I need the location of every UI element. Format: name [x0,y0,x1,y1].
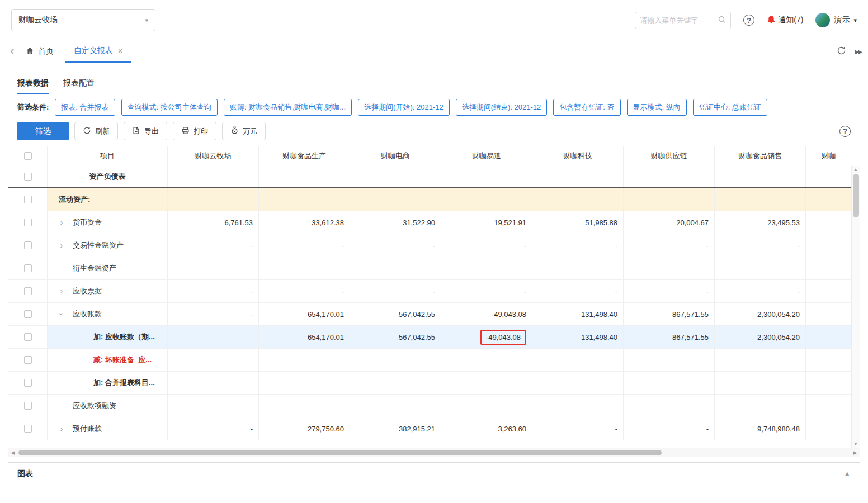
expand-chevron-icon[interactable]: › [57,241,66,250]
row-checkbox[interactable] [24,173,32,181]
chart-section-header[interactable]: 图表 ▲ [8,462,860,485]
nav-back-icon[interactable]: ‹ [7,40,18,63]
value-cell [350,395,441,417]
print-label: 打印 [194,126,208,136]
filter-chip-6[interactable]: 显示模式: 纵向 [627,99,687,116]
vertical-scrollbar-thumb[interactable] [853,174,859,217]
value-cell [715,257,806,279]
printer-icon [181,126,190,136]
table-header-row: 项目财咖云牧场财咖食品生产财咖电商财咖易道财咖科技财咖供应链财咖食品销售财咖 [8,146,860,165]
filter-chip-5[interactable]: 包含暂存凭证: 否 [553,99,620,116]
table-row[interactable]: ›应收账款-654,170.01567,042.55-49,043.08131,… [8,303,860,326]
scroll-down-icon[interactable]: ▼ [852,440,860,448]
value-cell: - [168,234,259,257]
value-cell: 3,263.60 [441,417,532,440]
table-row[interactable]: ›货币资金6,761.5333,612.3831,522.9019,521.91… [8,211,860,234]
table-row[interactable]: 加: 应收账款（期...654,170.01567,042.55-49,043.… [8,326,860,349]
filter-chip-4[interactable]: 选择期间(结束): 2021-12 [456,99,548,116]
filter-chip-1[interactable]: 查询模式: 按公司主体查询 [121,99,218,116]
table-row[interactable]: ›交易性金融资产------- [8,234,860,257]
column-header-8: 财咖 [806,146,851,165]
table-help-icon[interactable]: ? [839,126,851,137]
table-row[interactable]: 资产负债表 [8,165,860,188]
select-all-cell [8,146,48,165]
row-checkbox[interactable] [24,196,32,203]
table-row[interactable]: 减: 坏账准备_应... [8,349,860,372]
value-cell: - [350,280,441,302]
menu-search[interactable] [635,12,731,29]
tab-home[interactable]: 首页 [26,40,54,63]
company-select[interactable]: 财咖云牧场 ▾ [11,9,155,31]
fast-forward-icon[interactable]: ▶▶ [855,49,861,55]
search-input[interactable] [640,16,718,25]
scroll-right-icon[interactable]: ▶ [851,448,860,457]
expand-chevron-icon[interactable]: › [57,287,66,296]
value-cell: 51,985.88 [532,211,624,234]
row-checkbox[interactable] [24,402,32,410]
value-cell [715,188,806,211]
help-icon[interactable]: ? [743,15,754,26]
filter-chip-0[interactable]: 报表: 合并报表 [55,99,115,116]
item-cell: ›交易性金融资产 [48,234,168,257]
unit-wan-button[interactable]: 万元 [222,122,266,140]
value-cell: 20,004.67 [624,211,715,234]
tab-bar: ‹ 首页 自定义报表 × ▶▶ [0,40,868,63]
row-checkbox[interactable] [24,241,32,249]
notification-label: 通知(7) [778,15,803,25]
value-cell: - [168,303,259,325]
row-checkbox[interactable] [24,379,32,387]
value-cell [441,372,532,394]
export-button[interactable]: 导出 [124,122,167,140]
item-cell: 资产负债表 [48,165,168,187]
table-row[interactable]: 加: 合并报表科目... [8,372,860,395]
value-cell: 279,750.60 [259,417,350,440]
vertical-scrollbar[interactable]: ▲ ▼ [851,166,860,448]
row-checkbox[interactable] [24,333,32,341]
row-checkbox[interactable] [24,356,32,364]
close-icon[interactable]: × [118,46,122,55]
table-row[interactable]: ›应收票据------- [8,280,860,303]
tab-report-config[interactable]: 报表配置 [63,72,95,94]
row-checkbox[interactable] [24,264,32,272]
select-all-checkbox[interactable] [24,152,32,160]
item-cell: ›货币资金 [48,211,168,234]
value-cell [715,395,806,417]
column-header-0: 项目 [48,146,168,165]
scroll-left-icon[interactable]: ◀ [8,448,17,457]
item-label: 资产负债表 [89,172,126,182]
table-row[interactable]: 应收款项融资 [8,395,860,417]
filter-chip-2[interactable]: 账簿: 财咖食品销售,财咖电商,财咖... [224,99,352,116]
refresh-button[interactable]: 刷新 [74,122,118,140]
row-checkbox[interactable] [24,425,32,433]
value-cell: 867,571.55 [624,326,715,348]
scroll-up-icon[interactable]: ▲ [852,166,860,173]
value-cell: 33,612.38 [259,211,350,234]
value-cell [806,395,851,417]
tab-custom-report[interactable]: 自定义报表 × [65,40,131,63]
table-row[interactable]: ›预付账款-279,750.60382,915.213,263.60--9,74… [8,417,860,440]
refresh-icon[interactable] [837,46,846,57]
filter-chip-3[interactable]: 选择期间(开始): 2021-12 [358,99,450,116]
search-icon[interactable] [718,16,726,25]
print-button[interactable]: 打印 [173,122,216,140]
user-menu[interactable]: 演示 ▾ [815,13,857,27]
horizontal-scrollbar-thumb[interactable] [18,450,662,455]
collapse-up-icon[interactable]: ▲ [843,469,851,478]
notifications-button[interactable]: 通知(7) [767,15,803,26]
row-checkbox[interactable] [24,287,32,295]
horizontal-scrollbar[interactable]: ◀ ▶ [8,448,860,457]
value-cell [806,326,851,348]
collapse-chevron-icon[interactable]: › [57,310,66,319]
filter-button[interactable]: 筛选 [17,122,69,140]
table-row[interactable]: 流动资产: [8,188,860,211]
row-checkbox[interactable] [24,310,32,318]
filter-chip-7[interactable]: 凭证中心: 总账凭证 [693,99,767,116]
tab-report-data[interactable]: 报表数据 [17,72,49,94]
expand-chevron-icon[interactable]: › [57,218,66,227]
value-cell [624,349,715,371]
value-cell: -49,043.08 [441,326,532,348]
value-cell [806,211,851,234]
expand-chevron-icon[interactable]: › [57,424,66,433]
table-row[interactable]: 衍生金融资产 [8,257,860,280]
row-checkbox[interactable] [24,219,32,226]
